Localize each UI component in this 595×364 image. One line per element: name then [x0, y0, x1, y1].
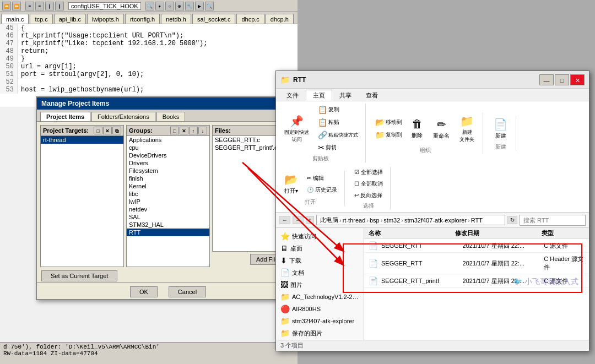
copy-to-btn[interactable]: 📁 复制到: [372, 129, 405, 141]
sidebar-item-icon: 🔴: [280, 305, 290, 313]
group-item[interactable]: STM32_HAL: [127, 221, 209, 229]
ribbon-tab-共享[interactable]: 共享: [332, 90, 359, 101]
toolbar-icon-12[interactable]: 🔍: [205, 2, 214, 10]
open-btn[interactable]: 📂 打开▾: [280, 171, 302, 197]
groups-up-btn[interactable]: ↑: [189, 127, 198, 134]
manage-tab-Project [interactable]: Project Items: [40, 112, 90, 121]
groups-del-btn[interactable]: ✕: [180, 127, 188, 134]
group-item[interactable]: libc: [127, 190, 209, 198]
toolbar-icon-9[interactable]: ⊕: [175, 2, 184, 10]
group-item[interactable]: cpu: [127, 144, 209, 151]
invert-select-btn[interactable]: ↩ 反向选择: [351, 190, 386, 201]
close-button[interactable]: ✕: [570, 74, 585, 85]
ribbon-tab-主页[interactable]: 主页: [306, 90, 332, 101]
group-item[interactable]: DeviceDrivers: [127, 151, 209, 159]
maximize-button[interactable]: □: [555, 74, 569, 85]
toolbar-icon-2[interactable]: ⏩: [12, 2, 21, 10]
ide-tab-rtconfigh[interactable]: rtconfig.h: [125, 14, 160, 24]
group-item[interactable]: RTT: [127, 229, 209, 236]
targets-list[interactable]: rt-thread: [40, 136, 124, 267]
group-item[interactable]: Drivers: [127, 159, 209, 167]
copy-button[interactable]: 📋 复制: [315, 104, 361, 116]
deselect-all-btn[interactable]: ☐ 全部取消: [351, 178, 386, 189]
sidebar-item[interactable]: ⬇下载: [276, 254, 364, 267]
refresh-btn[interactable]: ↻: [507, 216, 517, 224]
toolbar-icon-11[interactable]: ▶: [195, 2, 204, 10]
address-search-input[interactable]: [520, 215, 586, 226]
group-item[interactable]: finish: [127, 175, 209, 182]
edit-btn[interactable]: ✏ 编辑: [304, 173, 340, 184]
sidebar-item[interactable]: 📁AC_TechnologyV1.2-2021I...: [276, 291, 364, 303]
groups-list[interactable]: ApplicationscpuDeviceDriversDriversFiles…: [126, 136, 210, 267]
rtt-ribbon: 文件主页共享查看 📌 固定到快速访问 📋 复制 📋: [276, 89, 589, 213]
history-btn[interactable]: 🕑 历史记录: [304, 184, 340, 195]
groups-down-btn[interactable]: ↓: [198, 127, 207, 134]
toolbar-icon-6[interactable]: ∥: [55, 2, 64, 10]
forward-btn[interactable]: →: [293, 216, 304, 224]
paste-btn[interactable]: 📋 粘贴: [315, 116, 361, 128]
group-item[interactable]: SAL: [127, 213, 209, 221]
toolbar-icon-4[interactable]: ≡: [35, 2, 44, 10]
groups-add-btn[interactable]: □: [170, 127, 179, 134]
ide-tab-lwipoptsh[interactable]: lwipopts.h: [87, 14, 124, 24]
sidebar-item[interactable]: 🖼图片: [276, 279, 364, 291]
ide-tab-api_libc[interactable]: api_lib.c: [54, 14, 86, 24]
sidebar-item[interactable]: ⭐快速访问: [276, 230, 364, 242]
pin-quick-access-button[interactable]: 📌 固定到快速访问: [280, 112, 313, 145]
manage-tab-Books[interactable]: Books: [156, 112, 186, 121]
minimize-button[interactable]: —: [539, 74, 554, 85]
open-group: 📂 打开▾ ✏ 编辑 🕑 历史记录 打开: [280, 171, 345, 206]
target-item[interactable]: rt-thread: [41, 136, 123, 144]
delete-btn[interactable]: 🗑 删除: [407, 116, 427, 142]
targets-copy-btn[interactable]: ⧉: [112, 127, 121, 134]
manage-tab-Folders/[interactable]: Folders/Extensions: [91, 112, 155, 121]
cancel-button[interactable]: Cancel: [169, 286, 206, 297]
set-current-target-button[interactable]: Set as Current Target: [41, 270, 117, 281]
sidebar-item[interactable]: 📁stm32f407-atk-explorer: [276, 315, 364, 327]
toolbar-icon-7[interactable]: ●: [155, 2, 164, 10]
cut-btn[interactable]: ✂ 剪切: [315, 142, 361, 154]
targets-add-btn[interactable]: □: [94, 127, 102, 134]
group-item[interactable]: netdev: [127, 205, 209, 213]
sidebar-item[interactable]: 📁保存的图片: [276, 327, 364, 339]
sidebar-item-label: 快速访问: [292, 232, 316, 241]
toolbar-icon-8[interactable]: ○: [165, 2, 174, 10]
address-path[interactable]: 此电脑 › rt-thread › bsp › stm32 › stm32f40…: [316, 215, 505, 225]
group-item[interactable]: Filesystem: [127, 167, 209, 175]
file-list-item[interactable]: 📄 SEGGER_RTT 2021/10/7 星期四 22:... C Head…: [364, 253, 589, 274]
targets-del-btn[interactable]: ✕: [103, 127, 112, 134]
sidebar-item[interactable]: 🔴AIR800HS: [276, 303, 364, 315]
toolbar-icon-1[interactable]: ⏪: [2, 2, 11, 10]
ribbon-tab-文件[interactable]: 文件: [279, 90, 306, 101]
up-btn[interactable]: ↑: [306, 216, 314, 224]
toolbar-icon-10[interactable]: 🔧: [185, 2, 194, 10]
toolbar-icon-5[interactable]: ∥: [45, 2, 54, 10]
ide-tab-sal_socketc[interactable]: sal_socket.c: [192, 14, 236, 24]
file-list-item[interactable]: 📄 SEGGER_RTT 2021/10/7 星期四 22:... C 源文件: [364, 239, 589, 253]
rename-btn[interactable]: ✏ 重命名: [429, 116, 453, 142]
ribbon-tab-查看[interactable]: 查看: [359, 90, 385, 101]
new-item-btn[interactable]: 📄 新建: [490, 116, 511, 142]
back-btn[interactable]: ←: [279, 216, 290, 224]
new-folder-btn[interactable]: 📁 新建文件夹: [456, 112, 478, 145]
select-all-btn[interactable]: ☑ 全部选择: [351, 167, 386, 178]
group-item[interactable]: Applications: [127, 136, 209, 144]
sidebar-item[interactable]: 📄文档: [276, 267, 364, 279]
ide-tab-dhcpc[interactable]: dhcp.c: [236, 14, 264, 24]
targets-header: Project Targets: □ ✕ ⧉: [40, 125, 124, 136]
ok-button[interactable]: OK: [130, 286, 158, 297]
sidebar-item[interactable]: 🖥桌面: [276, 242, 364, 254]
groups-tools: □ ✕ ↑ ↓: [170, 127, 207, 134]
ide-tab-tcpc[interactable]: tcp.c: [30, 14, 52, 24]
search-icon[interactable]: 🔍: [145, 2, 154, 10]
group-item[interactable]: lwIP: [127, 198, 209, 205]
move-to-btn[interactable]: 📂 移动到: [372, 116, 405, 128]
ide-tab-mainc[interactable]: main.c: [1, 14, 29, 24]
paste-shortcut-btn[interactable]: 🔗 粘贴快捷方式: [315, 129, 361, 141]
status-line: RW-data=1184 ZI-data=47704: [3, 350, 294, 357]
ide-tab-dhcph[interactable]: dhcp.h: [266, 14, 294, 24]
ide-tab-netdbh[interactable]: netdb.h: [161, 14, 191, 24]
group-item[interactable]: Kernel: [127, 182, 209, 190]
toolbar-icon-3[interactable]: ≡: [25, 2, 34, 10]
file-icon: 📄: [369, 259, 378, 268]
